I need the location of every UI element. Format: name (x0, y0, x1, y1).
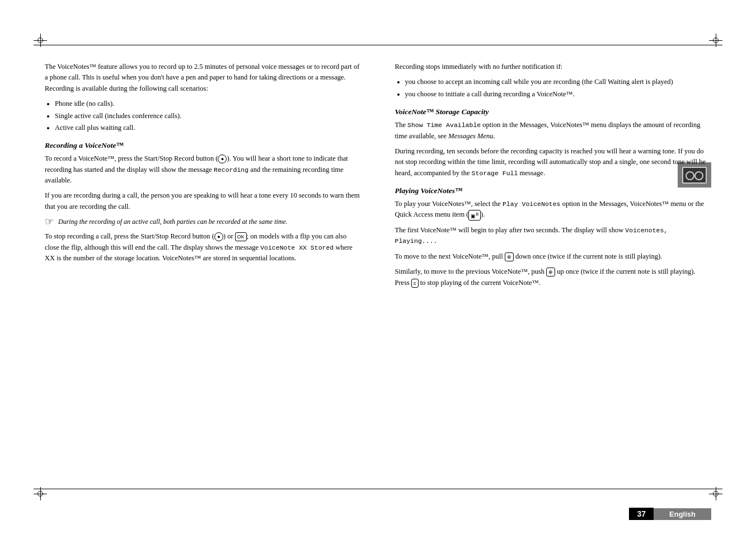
page-number: 37 (629, 508, 654, 520)
quick-access-icon: ▣B (468, 210, 481, 221)
right-column: Recording stops immediately with no furt… (387, 62, 712, 478)
recording-message: Recording (214, 166, 248, 174)
playing-paragraph3: To move to the next VoiceNote™, pull ⊕ d… (395, 251, 712, 262)
section1-paragraph3: To stop recording a call, press the Star… (45, 231, 361, 264)
left-column: The VoiceNotes™ feature allows you to re… (45, 62, 370, 478)
storage-full-msg: Storage Full (472, 170, 518, 177)
storage-paragraph2: During recording, ten seconds before the… (395, 146, 712, 179)
play-option: Play VoiceNotes (503, 200, 561, 208)
bullet-phone-idle: Phone idle (no calls). (55, 99, 361, 109)
note-text: During the recording of an active call, … (58, 217, 288, 227)
stop-record-button-icon: ● (214, 232, 223, 241)
record-button-icon: ● (218, 154, 227, 163)
note-marker-icon: ☞ (45, 217, 54, 227)
page: The VoiceNotes™ feature allows you to re… (0, 0, 756, 534)
call-scenarios-list: Phone idle (no calls). Single active cal… (55, 99, 361, 133)
recording-stops-list: you choose to accept an incoming call wh… (405, 77, 712, 100)
messages-menu-ref: Messages Menu (448, 132, 493, 140)
ok-button-icon: OK (235, 232, 247, 241)
footer: 37 English (45, 508, 711, 520)
scroll-up-icon: ⊕ (546, 268, 555, 277)
h-rule-top (34, 45, 722, 45)
section1-paragraph2: If you are recording during a call, the … (45, 190, 361, 212)
playing-section-title: Playing VoiceNotes™ (395, 186, 712, 195)
show-time-option: Show Time Available (407, 121, 481, 129)
playing-paragraph1: To play your VoiceNotes™, select the Pla… (395, 199, 712, 221)
content-area: The VoiceNotes™ feature allows you to re… (45, 62, 711, 478)
bullet-active-waiting: Active call plus waiting call. (55, 123, 361, 133)
note-block: ☞ During the recording of an active call… (45, 217, 361, 227)
voicenotes-playing-msg: Voicenotes, Playing.... (395, 227, 668, 245)
storage-paragraph1: The Show Time Available option in the Me… (395, 120, 712, 142)
stops-bullet-2: you choose to initiate a call during rec… (405, 89, 712, 100)
scroll-down-icon: ⊕ (505, 252, 514, 261)
storage-section-title: VoiceNote™ Storage Capacity (395, 107, 712, 116)
recording-stops-intro: Recording stops immediately with no furt… (395, 62, 712, 72)
bullet-single-call: Single active call (includes conference … (55, 111, 361, 121)
playing-paragraph4: Similarly, to move to the previous Voice… (395, 266, 712, 288)
language-label: English (654, 508, 711, 520)
stops-bullet-1: you choose to accept an incoming call wh… (405, 77, 712, 87)
playing-paragraph2: The first VoiceNote™ will begin to play … (395, 225, 712, 247)
intro-paragraph: The VoiceNotes™ feature allows you to re… (45, 62, 361, 94)
voicenote-stored-msg: VoiceNote XX Stored (260, 244, 334, 251)
recording-section-title: Recording a VoiceNote™ (45, 141, 361, 150)
h-rule-bottom (34, 489, 722, 489)
back-c-icon: c (411, 279, 419, 288)
section1-paragraph1: To record a VoiceNote™, press the Start/… (45, 153, 361, 186)
